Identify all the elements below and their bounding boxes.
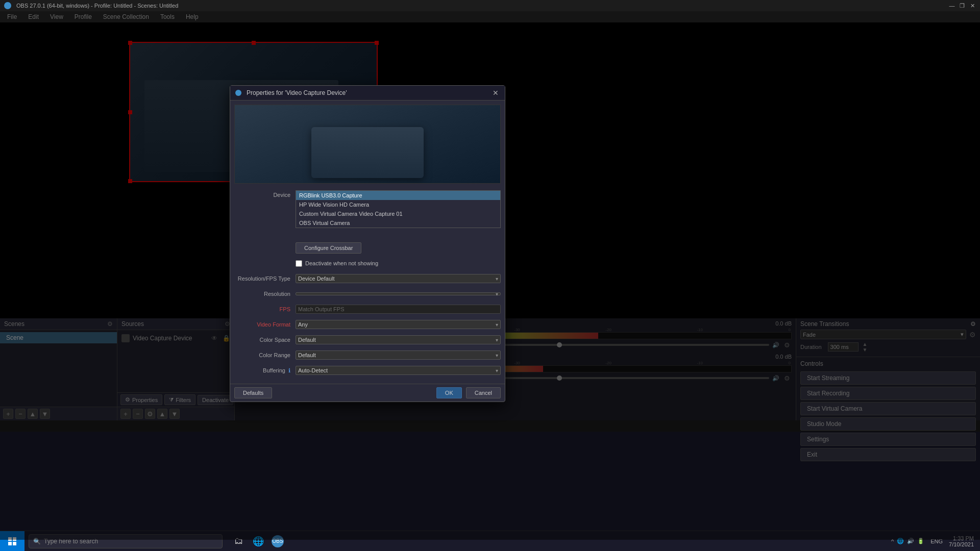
buffering-label: Buffering ℹ (234, 367, 296, 374)
cancel-button[interactable]: Cancel (466, 387, 501, 398)
clock-date: 7/10/2021 (949, 541, 974, 547)
properties-dialog: Properties for 'Video Capture Device' ✕ … (230, 85, 505, 402)
video-format-dropdown[interactable]: Any ▾ (296, 320, 501, 329)
buffering-row: Buffering ℹ Auto-Detect ▾ (234, 364, 501, 377)
dropdown-option-1[interactable]: HP Wide Vision HD Camera (296, 200, 500, 209)
device-form-row: Device RGBlink USB3.0 Capture ▾ RGBlink … (234, 189, 501, 201)
dropdown-option-2[interactable]: Custom Virtual Camera Video Capture 01 (296, 209, 500, 218)
deactivate-checkbox-group: Deactivate when not showing (296, 260, 378, 267)
color-space-row: Color Space Default ▾ (234, 334, 501, 346)
device-dropdown-list[interactable]: RGBlink USB3.0 Capture HP Wide Vision HD… (296, 190, 501, 228)
ok-button[interactable]: OK (436, 387, 462, 398)
title-bar-controls: — ❐ ✕ (948, 2, 976, 9)
resolution-label: Resolution (234, 291, 296, 297)
dialog-icon (235, 90, 241, 96)
svg-rect-2 (8, 542, 12, 545)
resolution-row: Resolution ▾ (234, 288, 501, 300)
chevron-down-icon: ▾ (496, 276, 498, 282)
obs-logo-icon (4, 2, 11, 9)
dialog-titlebar: Properties for 'Video Capture Device' ✕ (230, 86, 505, 101)
dialog-content: Device RGBlink USB3.0 Capture ▾ RGBlink … (230, 101, 505, 384)
dialog-action-buttons: OK Cancel (436, 387, 501, 398)
deactivate-checkbox[interactable] (296, 260, 302, 267)
color-space-dropdown[interactable]: Default ▾ (296, 335, 501, 344)
dropdown-option-3[interactable]: OBS Virtual Camera (296, 218, 500, 228)
fps-dropdown: Match Output FPS (296, 305, 501, 314)
maximize-button[interactable]: ❐ (959, 2, 966, 9)
color-space-label: Color Space (234, 337, 296, 343)
dialog-footer: Defaults OK Cancel (230, 384, 505, 402)
color-range-row: Color Range Default ▾ (234, 349, 501, 361)
modal-overlay: Properties for 'Video Capture Device' ✕ … (0, 11, 980, 540)
chevron-down-icon: ▾ (496, 353, 498, 358)
color-range-label: Color Range (234, 352, 296, 358)
fps-row: FPS Match Output FPS (234, 303, 501, 315)
dialog-title: Properties for 'Video Capture Device' (247, 89, 347, 96)
device-dropdown[interactable]: RGBlink USB3.0 Capture ▾ RGBlink USB3.0 … (296, 190, 501, 200)
device-preview-image (235, 105, 500, 183)
chevron-down-icon: ▾ (496, 322, 498, 328)
svg-rect-3 (13, 542, 16, 545)
configure-crossbar-row: Configure Crossbar (234, 242, 501, 254)
title-bar: OBS 27.0.1 (64-bit, windows) - Profile: … (0, 0, 980, 11)
minimize-button[interactable]: — (948, 2, 955, 9)
resolution-dropdown[interactable]: ▾ (296, 292, 501, 295)
buffering-dropdown[interactable]: Auto-Detect ▾ (296, 366, 501, 375)
info-icon: ℹ (288, 367, 290, 373)
video-format-label: Video Format (234, 321, 296, 328)
configure-crossbar-button[interactable]: Configure Crossbar (296, 242, 361, 254)
resolution-fps-label: Resolution/FPS Type (234, 276, 296, 282)
fps-label: FPS (234, 306, 296, 312)
color-range-dropdown[interactable]: Default ▾ (296, 350, 501, 360)
chevron-down-icon: ▾ (496, 291, 498, 297)
device-label: Device (234, 192, 296, 198)
extra-controls: Configure Crossbar Deactivate when not s… (234, 242, 501, 377)
resolution-fps-row: Resolution/FPS Type Device Default ▾ (234, 272, 501, 285)
resolution-fps-dropdown[interactable]: Device Default ▾ (296, 274, 501, 283)
dropdown-option-0[interactable]: RGBlink USB3.0 Capture (296, 191, 500, 200)
close-button[interactable]: ✕ (969, 2, 976, 9)
chevron-down-icon: ▾ (496, 368, 498, 373)
video-format-row: Video Format Any ▾ (234, 318, 501, 331)
device-preview (234, 105, 501, 184)
dialog-close-button[interactable]: ✕ (492, 89, 500, 97)
deactivate-row: Deactivate when not showing (234, 257, 501, 269)
chevron-down-icon: ▾ (496, 337, 498, 343)
window-title: OBS 27.0.1 (64-bit, windows) - Profile: … (16, 3, 178, 9)
deactivate-label: Deactivate when not showing (305, 260, 378, 266)
defaults-button[interactable]: Defaults (234, 387, 272, 398)
